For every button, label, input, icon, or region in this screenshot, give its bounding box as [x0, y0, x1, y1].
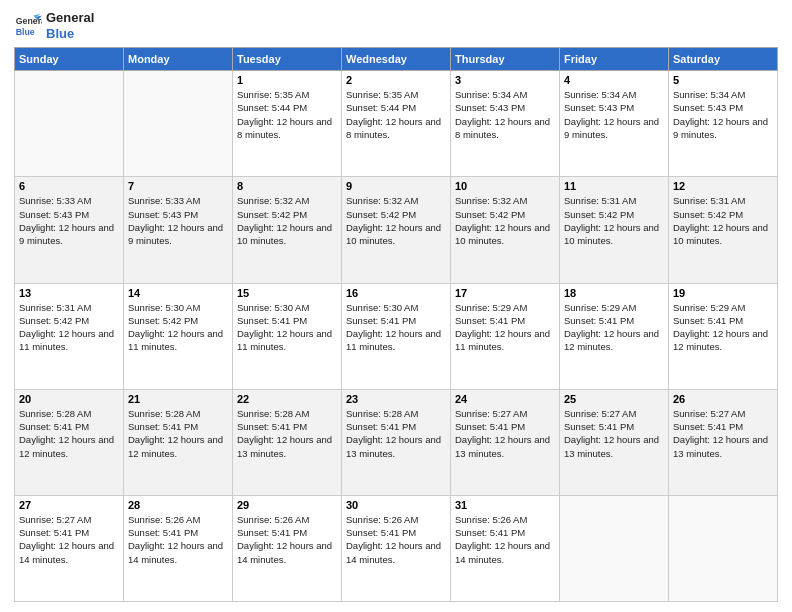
- day-number: 28: [128, 499, 228, 511]
- day-number: 6: [19, 180, 119, 192]
- day-info: Sunrise: 5:26 AMSunset: 5:41 PMDaylight:…: [237, 513, 337, 566]
- day-info: Sunrise: 5:35 AMSunset: 5:44 PMDaylight:…: [237, 88, 337, 141]
- calendar-cell: 29Sunrise: 5:26 AMSunset: 5:41 PMDayligh…: [233, 495, 342, 601]
- day-info: Sunrise: 5:34 AMSunset: 5:43 PMDaylight:…: [564, 88, 664, 141]
- day-number: 8: [237, 180, 337, 192]
- day-info: Sunrise: 5:32 AMSunset: 5:42 PMDaylight:…: [455, 194, 555, 247]
- day-number: 9: [346, 180, 446, 192]
- day-number: 13: [19, 287, 119, 299]
- day-info: Sunrise: 5:33 AMSunset: 5:43 PMDaylight:…: [128, 194, 228, 247]
- day-number: 24: [455, 393, 555, 405]
- day-number: 10: [455, 180, 555, 192]
- header: General Blue General Blue: [14, 10, 778, 41]
- day-number: 22: [237, 393, 337, 405]
- calendar-cell: 3Sunrise: 5:34 AMSunset: 5:43 PMDaylight…: [451, 71, 560, 177]
- day-number: 16: [346, 287, 446, 299]
- day-info: Sunrise: 5:34 AMSunset: 5:43 PMDaylight:…: [455, 88, 555, 141]
- day-info: Sunrise: 5:30 AMSunset: 5:41 PMDaylight:…: [346, 301, 446, 354]
- day-info: Sunrise: 5:32 AMSunset: 5:42 PMDaylight:…: [237, 194, 337, 247]
- day-number: 23: [346, 393, 446, 405]
- day-info: Sunrise: 5:29 AMSunset: 5:41 PMDaylight:…: [455, 301, 555, 354]
- day-number: 30: [346, 499, 446, 511]
- svg-text:Blue: Blue: [16, 26, 35, 36]
- day-info: Sunrise: 5:26 AMSunset: 5:41 PMDaylight:…: [128, 513, 228, 566]
- day-number: 4: [564, 74, 664, 86]
- calendar-cell: 30Sunrise: 5:26 AMSunset: 5:41 PMDayligh…: [342, 495, 451, 601]
- logo: General Blue General Blue: [14, 10, 94, 41]
- day-info: Sunrise: 5:28 AMSunset: 5:41 PMDaylight:…: [128, 407, 228, 460]
- day-info: Sunrise: 5:28 AMSunset: 5:41 PMDaylight:…: [346, 407, 446, 460]
- day-info: Sunrise: 5:30 AMSunset: 5:41 PMDaylight:…: [237, 301, 337, 354]
- calendar-cell: [560, 495, 669, 601]
- calendar-cell: 20Sunrise: 5:28 AMSunset: 5:41 PMDayligh…: [15, 389, 124, 495]
- calendar-cell: 17Sunrise: 5:29 AMSunset: 5:41 PMDayligh…: [451, 283, 560, 389]
- day-number: 19: [673, 287, 773, 299]
- day-info: Sunrise: 5:35 AMSunset: 5:44 PMDaylight:…: [346, 88, 446, 141]
- calendar-cell: 31Sunrise: 5:26 AMSunset: 5:41 PMDayligh…: [451, 495, 560, 601]
- calendar-cell: 1Sunrise: 5:35 AMSunset: 5:44 PMDaylight…: [233, 71, 342, 177]
- day-info: Sunrise: 5:27 AMSunset: 5:41 PMDaylight:…: [564, 407, 664, 460]
- day-number: 3: [455, 74, 555, 86]
- day-number: 7: [128, 180, 228, 192]
- calendar-cell: 2Sunrise: 5:35 AMSunset: 5:44 PMDaylight…: [342, 71, 451, 177]
- day-info: Sunrise: 5:29 AMSunset: 5:41 PMDaylight:…: [673, 301, 773, 354]
- calendar-cell: 14Sunrise: 5:30 AMSunset: 5:42 PMDayligh…: [124, 283, 233, 389]
- calendar-cell: 18Sunrise: 5:29 AMSunset: 5:41 PMDayligh…: [560, 283, 669, 389]
- day-info: Sunrise: 5:32 AMSunset: 5:42 PMDaylight:…: [346, 194, 446, 247]
- calendar-table: SundayMondayTuesdayWednesdayThursdayFrid…: [14, 47, 778, 602]
- calendar-cell: 8Sunrise: 5:32 AMSunset: 5:42 PMDaylight…: [233, 177, 342, 283]
- calendar-cell: 15Sunrise: 5:30 AMSunset: 5:41 PMDayligh…: [233, 283, 342, 389]
- weekday-header: Sunday: [15, 48, 124, 71]
- day-info: Sunrise: 5:27 AMSunset: 5:41 PMDaylight:…: [455, 407, 555, 460]
- calendar-week-row: 27Sunrise: 5:27 AMSunset: 5:41 PMDayligh…: [15, 495, 778, 601]
- calendar-cell: 21Sunrise: 5:28 AMSunset: 5:41 PMDayligh…: [124, 389, 233, 495]
- page: General Blue General Blue SundayMondayTu…: [0, 0, 792, 612]
- calendar-week-row: 1Sunrise: 5:35 AMSunset: 5:44 PMDaylight…: [15, 71, 778, 177]
- calendar-cell: 24Sunrise: 5:27 AMSunset: 5:41 PMDayligh…: [451, 389, 560, 495]
- calendar-cell: 4Sunrise: 5:34 AMSunset: 5:43 PMDaylight…: [560, 71, 669, 177]
- day-number: 26: [673, 393, 773, 405]
- day-info: Sunrise: 5:34 AMSunset: 5:43 PMDaylight:…: [673, 88, 773, 141]
- calendar-cell: 23Sunrise: 5:28 AMSunset: 5:41 PMDayligh…: [342, 389, 451, 495]
- calendar-cell: 9Sunrise: 5:32 AMSunset: 5:42 PMDaylight…: [342, 177, 451, 283]
- weekday-header: Saturday: [669, 48, 778, 71]
- calendar-cell: 26Sunrise: 5:27 AMSunset: 5:41 PMDayligh…: [669, 389, 778, 495]
- day-info: Sunrise: 5:26 AMSunset: 5:41 PMDaylight:…: [346, 513, 446, 566]
- calendar-cell: 12Sunrise: 5:31 AMSunset: 5:42 PMDayligh…: [669, 177, 778, 283]
- day-number: 14: [128, 287, 228, 299]
- day-number: 20: [19, 393, 119, 405]
- calendar-week-row: 6Sunrise: 5:33 AMSunset: 5:43 PMDaylight…: [15, 177, 778, 283]
- day-number: 12: [673, 180, 773, 192]
- day-info: Sunrise: 5:31 AMSunset: 5:42 PMDaylight:…: [673, 194, 773, 247]
- day-info: Sunrise: 5:28 AMSunset: 5:41 PMDaylight:…: [19, 407, 119, 460]
- calendar-cell: 13Sunrise: 5:31 AMSunset: 5:42 PMDayligh…: [15, 283, 124, 389]
- day-info: Sunrise: 5:31 AMSunset: 5:42 PMDaylight:…: [19, 301, 119, 354]
- day-number: 18: [564, 287, 664, 299]
- day-number: 21: [128, 393, 228, 405]
- day-number: 2: [346, 74, 446, 86]
- calendar-cell: 7Sunrise: 5:33 AMSunset: 5:43 PMDaylight…: [124, 177, 233, 283]
- day-number: 15: [237, 287, 337, 299]
- day-number: 1: [237, 74, 337, 86]
- day-info: Sunrise: 5:33 AMSunset: 5:43 PMDaylight:…: [19, 194, 119, 247]
- day-number: 29: [237, 499, 337, 511]
- calendar-cell: 27Sunrise: 5:27 AMSunset: 5:41 PMDayligh…: [15, 495, 124, 601]
- calendar-cell: 16Sunrise: 5:30 AMSunset: 5:41 PMDayligh…: [342, 283, 451, 389]
- calendar-cell: [124, 71, 233, 177]
- day-number: 31: [455, 499, 555, 511]
- calendar-cell: [669, 495, 778, 601]
- logo-icon: General Blue: [14, 12, 42, 40]
- calendar-cell: 25Sunrise: 5:27 AMSunset: 5:41 PMDayligh…: [560, 389, 669, 495]
- weekday-header: Thursday: [451, 48, 560, 71]
- day-info: Sunrise: 5:27 AMSunset: 5:41 PMDaylight:…: [673, 407, 773, 460]
- day-info: Sunrise: 5:29 AMSunset: 5:41 PMDaylight:…: [564, 301, 664, 354]
- calendar-week-row: 13Sunrise: 5:31 AMSunset: 5:42 PMDayligh…: [15, 283, 778, 389]
- calendar-cell: 5Sunrise: 5:34 AMSunset: 5:43 PMDaylight…: [669, 71, 778, 177]
- calendar-cell: 6Sunrise: 5:33 AMSunset: 5:43 PMDaylight…: [15, 177, 124, 283]
- day-number: 27: [19, 499, 119, 511]
- calendar-week-row: 20Sunrise: 5:28 AMSunset: 5:41 PMDayligh…: [15, 389, 778, 495]
- day-number: 11: [564, 180, 664, 192]
- day-info: Sunrise: 5:26 AMSunset: 5:41 PMDaylight:…: [455, 513, 555, 566]
- weekday-header: Monday: [124, 48, 233, 71]
- day-number: 5: [673, 74, 773, 86]
